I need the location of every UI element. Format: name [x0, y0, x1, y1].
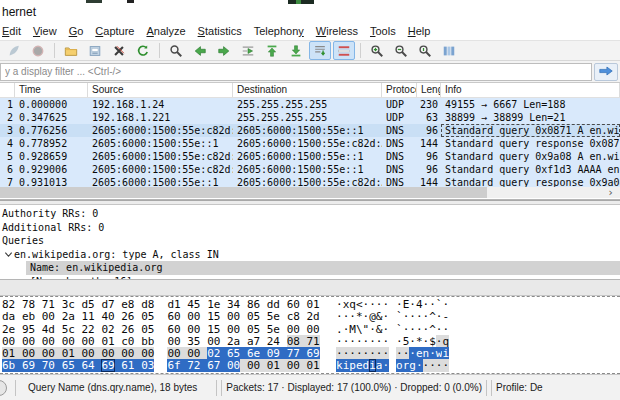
go-back-icon: [193, 44, 207, 58]
col-protoco[interactable]: Protoco: [382, 83, 417, 97]
zoom-reset-icon: [418, 44, 432, 58]
detail-line[interactable]: Authority RRs: 0: [0, 207, 620, 221]
save-capture-button[interactable]: [84, 41, 106, 60]
open-capture-button[interactable]: [60, 41, 82, 60]
cell-info: Standard query response 0x0871 A: [441, 137, 620, 150]
cell-no: 4: [0, 137, 15, 150]
zoom-reset-button[interactable]: [414, 41, 436, 60]
toolbar-separator: [54, 43, 55, 58]
cell-dst: 2605:6000:1500:55e::1: [233, 150, 382, 163]
cell-len: 96: [417, 163, 441, 176]
packet-row[interactable]: 20.347625192.168.1.221255.255.255.255UDP…: [0, 111, 620, 124]
col-no[interactable]: [0, 83, 15, 97]
status-separator: [221, 380, 222, 396]
status-bar: Query Name (dns.qry.name), 18 bytes Pack…: [0, 374, 620, 400]
detail-line[interactable]: Name: en.wikipedia.org: [26, 261, 620, 275]
toolbar-separator: [159, 43, 160, 58]
cell-len: 96: [417, 150, 441, 163]
cell-src: 2605:6000:1500:55e:c82d:…: [88, 124, 233, 137]
menu-item-edit[interactable]: Edit: [0, 24, 27, 39]
bytes-rows: 82 78 71 3c d5 d7 e8 d8d1 45 1e 34 86 dd…: [2, 299, 620, 373]
cell-len: 144: [417, 137, 441, 150]
reload-capture-button[interactable]: [132, 41, 154, 60]
cell-time: 0.776256: [15, 124, 88, 137]
stop-capture-icon: [31, 44, 45, 58]
packet-row[interactable]: 40.7789522605:6000:1500:55e::12605:6000:…: [0, 137, 620, 150]
cell-no: 1: [0, 98, 15, 111]
expert-info-icon[interactable]: [0, 380, 7, 396]
cell-no: 3: [0, 124, 15, 137]
status-separator: [15, 380, 16, 396]
menu-item-statistics[interactable]: Statistics: [192, 24, 248, 39]
zoom-in-button[interactable]: [366, 41, 388, 60]
menu-item-go[interactable]: Go: [63, 24, 90, 39]
display-filter-input[interactable]: [0, 63, 592, 81]
screen-artifact: [127, 0, 134, 3]
cell-proto: UDP: [382, 111, 417, 124]
horizontal-scrollbar[interactable]: [0, 187, 620, 198]
scrollbar-thumb[interactable]: [0, 187, 487, 198]
zoom-in-icon: [370, 44, 384, 58]
screen-artifact: [86, 0, 102, 3]
col-destination[interactable]: Destination: [233, 83, 382, 97]
resize-columns-button[interactable]: [438, 41, 460, 60]
cell-proto: DNS: [382, 163, 417, 176]
pane-splitter[interactable]: [0, 279, 620, 296]
col-source[interactable]: Source: [88, 83, 233, 97]
detail-line[interactable]: en.wikipedia.org: type A, class IN: [0, 248, 620, 262]
packet-row[interactable]: 10.000000192.168.1.24255.255.255.255UDP2…: [0, 98, 620, 111]
col-time[interactable]: Time: [15, 83, 88, 97]
screen-artifact: [288, 0, 314, 4]
status-profile[interactable]: Profile: De: [496, 382, 620, 393]
menu-item-telephony[interactable]: Telephony: [248, 24, 310, 39]
col-info[interactable]: Info: [441, 83, 620, 97]
go-forward-button[interactable]: [213, 41, 235, 60]
start-capture-button[interactable]: [3, 41, 25, 60]
bytes-pane[interactable]: 82 78 71 3c d5 d7 e8 d8d1 45 1e 34 86 dd…: [0, 296, 620, 374]
find-packet-icon: [169, 44, 183, 58]
col-lengt[interactable]: Lengt: [417, 83, 441, 97]
go-back-button[interactable]: [189, 41, 211, 60]
hex-row[interactable]: 6b 69 70 65 64 69 61 036f 72 67 00 00 01…: [2, 360, 620, 372]
cell-dst: 2605:6000:1500:55e:c82d:…: [233, 137, 382, 150]
cell-info: Standard query 0x0871 A en.wikipe: [441, 124, 620, 137]
go-first-packet-button[interactable]: [261, 41, 283, 60]
cell-info: Standard query 0xf1d3 AAAA en.wik: [441, 163, 620, 176]
detail-line[interactable]: Additional RRs: 0: [0, 221, 620, 235]
window-title: hernet: [2, 5, 36, 19]
scroll-right-arrow-icon[interactable]: [603, 187, 618, 198]
stop-capture-button[interactable]: [27, 41, 49, 60]
close-capture-button[interactable]: [108, 41, 130, 60]
packet-row[interactable]: 50.9286592605:6000:1500:55e:c82d:…2605:6…: [0, 150, 620, 163]
go-first-packet-icon: [265, 44, 279, 58]
find-packet-button[interactable]: [165, 41, 187, 60]
details-pane: Authority RRs: 0Additional RRs: 0Queries…: [0, 205, 620, 279]
status-separator: [491, 380, 492, 396]
screen-artifact: [296, 0, 301, 4]
cell-len: 63: [417, 111, 441, 124]
zoom-out-button[interactable]: [390, 41, 412, 60]
detail-line[interactable]: Queries: [0, 234, 620, 248]
go-last-packet-icon: [289, 44, 303, 58]
cell-dst: 2605:6000:1500:55e::1: [233, 163, 382, 176]
menu-item-capture[interactable]: Capture: [89, 24, 140, 39]
menu-item-wireless[interactable]: Wireless: [310, 24, 364, 39]
menu-item-help[interactable]: Help: [402, 24, 437, 39]
cell-no: 2: [0, 111, 15, 124]
go-last-packet-button[interactable]: [285, 41, 307, 60]
colorize-button[interactable]: [333, 41, 355, 60]
open-capture-icon: [64, 44, 78, 58]
go-to-packet-button[interactable]: [237, 41, 259, 60]
auto-scroll-button[interactable]: [309, 41, 331, 60]
cell-len: 96: [417, 124, 441, 137]
packet-header: TimeSourceDestinationProtocoLengtInfo: [0, 83, 620, 98]
menu-item-view[interactable]: View: [27, 24, 63, 39]
expander-icon[interactable]: [2, 250, 14, 259]
apply-filter-button[interactable]: [594, 63, 618, 81]
packet-row[interactable]: 30.7762562605:6000:1500:55e:c82d:…2605:6…: [0, 124, 620, 137]
menu-item-tools[interactable]: Tools: [364, 24, 402, 39]
packet-row[interactable]: 60.9290062605:6000:1500:55e:c82d:…2605:6…: [0, 163, 620, 176]
apply-filter-arrow-icon: [598, 63, 614, 81]
menu-item-analyze[interactable]: Analyze: [140, 24, 191, 39]
status-separator: [486, 380, 487, 396]
